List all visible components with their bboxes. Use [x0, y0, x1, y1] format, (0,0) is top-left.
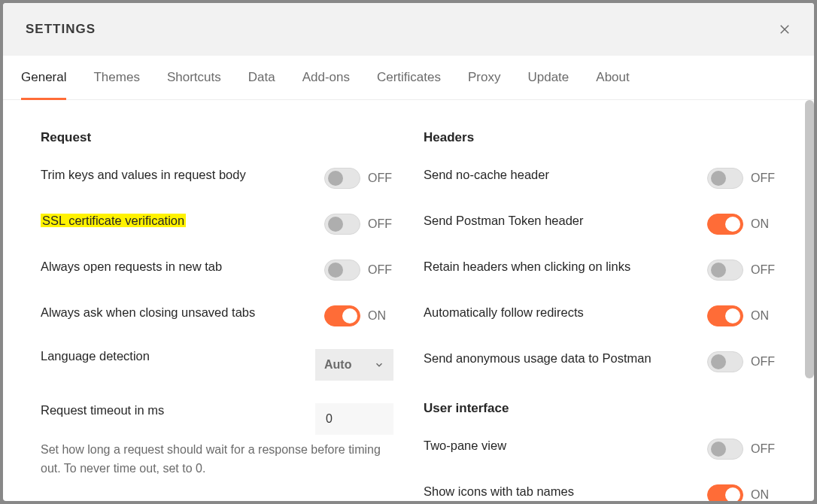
right-column: Headers Send no-cache headerOFFSend Post…	[424, 130, 776, 486]
always-open-requests-in-new-tab-toggle-state: OFF	[368, 263, 392, 277]
request-timeout-row: Request timeout in ms	[41, 403, 393, 435]
language-detection-label: Language detection	[41, 349, 302, 363]
show-icons-with-tab-names-label: Show icons with tab names	[424, 484, 694, 499]
chevron-down-icon	[374, 360, 384, 370]
content-area: Request Trim keys and values in request …	[3, 100, 814, 501]
automatically-follow-redirects-toggle[interactable]	[707, 305, 743, 326]
automatically-follow-redirects-label: Automatically follow redirects	[424, 305, 694, 320]
always-ask-when-closing-unsaved-tabs-toggle-state: ON	[368, 309, 386, 323]
always-ask-when-closing-unsaved-tabs-label: Always ask when closing unsaved tabs	[41, 305, 311, 320]
request-timeout-group: Request timeout in ms Set how long a req…	[41, 403, 393, 478]
left-column: Request Trim keys and values in request …	[41, 130, 393, 486]
section-request-title: Request	[41, 130, 393, 145]
send-anonymous-usage-data-to-postman-toggle[interactable]	[707, 351, 743, 372]
always-open-requests-in-new-tab-toggle[interactable]	[324, 260, 360, 281]
send-no-cache-header-row: Send no-cache headerOFF	[424, 168, 776, 189]
modal-header: SETTINGS	[3, 3, 814, 56]
send-anonymous-usage-data-to-postman-row: Send anonymous usage data to PostmanOFF	[424, 351, 776, 372]
language-detection-select[interactable]: Auto	[315, 349, 393, 381]
request-timeout-label: Request timeout in ms	[41, 403, 302, 417]
retain-headers-when-clicking-on-links-toggle-wrap: OFF	[707, 260, 776, 281]
two-pane-view-row: Two-pane viewOFF	[424, 439, 776, 460]
tab-data[interactable]: Data	[248, 56, 275, 99]
automatically-follow-redirects-row: Automatically follow redirectsON	[424, 305, 776, 326]
always-open-requests-in-new-tab-label: Always open requests in new tab	[41, 260, 311, 274]
two-pane-view-toggle[interactable]	[707, 439, 743, 460]
show-icons-with-tab-names-toggle-wrap: ON	[707, 484, 776, 501]
retain-headers-when-clicking-on-links-toggle[interactable]	[707, 260, 743, 281]
send-no-cache-header-toggle[interactable]	[707, 168, 743, 189]
close-button[interactable]	[778, 23, 791, 36]
section-headers-title: Headers	[424, 130, 776, 145]
tab-general[interactable]: General	[21, 56, 66, 99]
send-postman-token-header-toggle-state: ON	[751, 217, 769, 231]
two-pane-view-toggle-wrap: OFF	[707, 439, 776, 460]
automatically-follow-redirects-toggle-wrap: ON	[707, 305, 776, 326]
ssl-certificate-verification-toggle-state: OFF	[368, 217, 392, 231]
send-no-cache-header-label: Send no-cache header	[424, 168, 694, 182]
send-postman-token-header-label: Send Postman Token header	[424, 214, 694, 228]
settings-modal: SETTINGS GeneralThemesShortcutsDataAdd-o…	[3, 3, 814, 501]
tab-about[interactable]: About	[596, 56, 629, 99]
two-pane-view-toggle-state: OFF	[751, 442, 775, 456]
ssl-certificate-verification-row: SSL certificate verificationOFF	[41, 214, 393, 235]
language-detection-value: Auto	[324, 358, 351, 372]
send-no-cache-header-toggle-wrap: OFF	[707, 168, 776, 189]
retain-headers-when-clicking-on-links-row: Retain headers when clicking on linksOFF	[424, 260, 776, 281]
automatically-follow-redirects-toggle-state: ON	[751, 309, 769, 323]
section-ui-title: User interface	[424, 401, 776, 416]
send-postman-token-header-toggle[interactable]	[707, 214, 743, 235]
show-icons-with-tab-names-toggle[interactable]	[707, 484, 743, 501]
always-ask-when-closing-unsaved-tabs-row: Always ask when closing unsaved tabsON	[41, 305, 393, 326]
tab-update[interactable]: Update	[527, 56, 569, 99]
request-timeout-desc: Set how long a request should wait for a…	[41, 441, 393, 478]
ssl-certificate-verification-toggle[interactable]	[324, 214, 360, 235]
trim-keys-and-values-in-request-body-row: Trim keys and values in request bodyOFF	[41, 168, 393, 189]
tabs-bar: GeneralThemesShortcutsDataAdd-onsCertifi…	[3, 56, 814, 100]
close-icon	[778, 23, 791, 36]
two-pane-view-label: Two-pane view	[424, 439, 694, 453]
ssl-certificate-verification-toggle-wrap: OFF	[324, 214, 393, 235]
tab-themes[interactable]: Themes	[93, 56, 139, 99]
trim-keys-and-values-in-request-body-toggle-state: OFF	[368, 172, 392, 185]
trim-keys-and-values-in-request-body-toggle-wrap: OFF	[324, 168, 393, 189]
header-rows: Send no-cache headerOFFSend Postman Toke…	[424, 168, 776, 372]
send-anonymous-usage-data-to-postman-toggle-state: OFF	[751, 355, 775, 369]
always-open-requests-in-new-tab-row: Always open requests in new tabOFF	[41, 260, 393, 281]
show-icons-with-tab-names-toggle-state: ON	[751, 488, 769, 501]
tab-addons[interactable]: Add-ons	[302, 56, 350, 99]
tab-proxy[interactable]: Proxy	[468, 56, 500, 99]
send-anonymous-usage-data-to-postman-toggle-wrap: OFF	[707, 351, 776, 372]
tab-certificates[interactable]: Certificates	[377, 56, 441, 99]
request-rows: Trim keys and values in request bodyOFFS…	[41, 168, 393, 326]
tab-shortcuts[interactable]: Shortcuts	[167, 56, 221, 99]
always-open-requests-in-new-tab-toggle-wrap: OFF	[324, 260, 393, 281]
language-detection-row: Language detection Auto	[41, 349, 393, 381]
retain-headers-when-clicking-on-links-label: Retain headers when clicking on links	[424, 260, 694, 274]
show-icons-with-tab-names-row: Show icons with tab namesON	[424, 484, 776, 501]
request-timeout-input[interactable]	[315, 403, 393, 435]
ui-rows: Two-pane viewOFFShow icons with tab name…	[424, 439, 776, 501]
send-postman-token-header-row: Send Postman Token headerON	[424, 214, 776, 235]
scrollbar-thumb[interactable]	[805, 100, 814, 378]
ssl-certificate-verification-label: SSL certificate verification	[41, 214, 311, 228]
send-no-cache-header-toggle-state: OFF	[751, 172, 775, 185]
general-content: Request Trim keys and values in request …	[3, 100, 814, 501]
send-anonymous-usage-data-to-postman-label: Send anonymous usage data to Postman	[424, 351, 694, 366]
always-ask-when-closing-unsaved-tabs-toggle[interactable]	[324, 305, 360, 326]
send-postman-token-header-toggle-wrap: ON	[707, 214, 776, 235]
always-ask-when-closing-unsaved-tabs-toggle-wrap: ON	[324, 305, 393, 326]
modal-title: SETTINGS	[26, 22, 96, 37]
trim-keys-and-values-in-request-body-toggle[interactable]	[324, 168, 360, 189]
retain-headers-when-clicking-on-links-toggle-state: OFF	[751, 263, 775, 277]
trim-keys-and-values-in-request-body-label: Trim keys and values in request body	[41, 168, 311, 182]
